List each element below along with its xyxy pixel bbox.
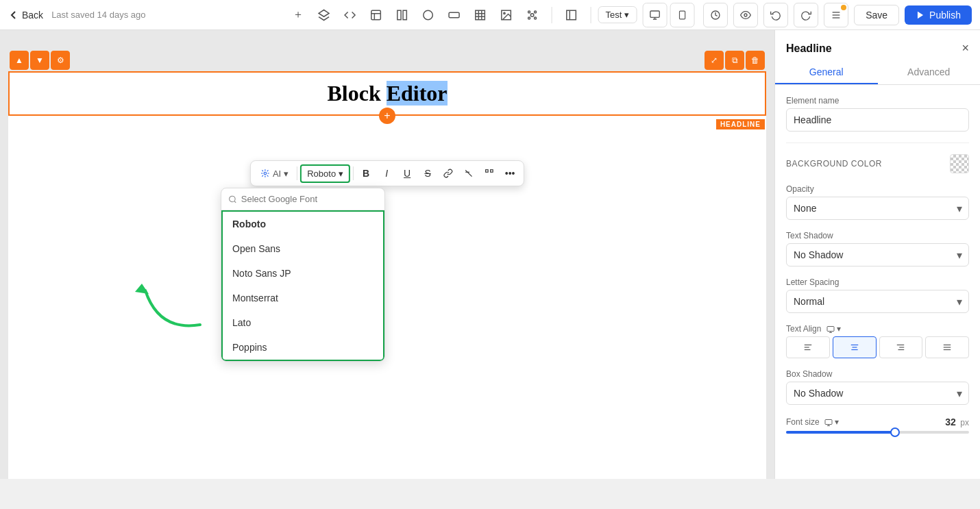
history-icon-btn[interactable] — [703, 3, 728, 27]
color-picker-btn[interactable] — [950, 154, 969, 173]
media-icon-btn[interactable] — [494, 3, 519, 27]
more-options-btn[interactable]: ••• — [500, 164, 519, 183]
test-dropdown[interactable]: Test ▾ — [598, 6, 637, 23]
text-align-group — [786, 336, 969, 358]
columns-icon-btn[interactable] — [390, 3, 415, 27]
underline-btn[interactable]: U — [397, 164, 417, 183]
text-shadow-label: Text Shadow — [786, 231, 969, 240]
link-btn[interactable] — [439, 164, 458, 183]
duplicate-btn[interactable]: ⧉ — [725, 51, 744, 70]
svg-point-28 — [744, 14, 747, 16]
tab-advanced[interactable]: Advanced — [878, 61, 981, 84]
format-toolbar: AI ▾ Roboto ▾ B I U S — [250, 160, 524, 186]
toolbar-icons: ＋ — [286, 3, 545, 27]
delete-btn[interactable]: 🗑 — [746, 51, 765, 70]
ai-chevron-icon: ▾ — [284, 169, 289, 179]
font-size-slider-thumb[interactable] — [890, 427, 900, 437]
svg-rect-4 — [397, 10, 401, 20]
font-item-roboto[interactable]: Roboto — [223, 212, 383, 236]
ft-sep-1 — [297, 166, 297, 180]
align-left-btn[interactable] — [786, 336, 830, 358]
box-shadow-label: Box Shadow — [786, 369, 969, 379]
panel-body: Element name BACKGROUND COLOR Opacity No… — [775, 85, 980, 479]
text-align-field: Text Align ▾ — [786, 324, 969, 358]
settings-btn[interactable]: ⚙ — [51, 51, 70, 70]
right-panel: Headline × General Advanced Element name… — [774, 30, 980, 479]
font-size-slider-track — [786, 431, 969, 434]
italic-btn[interactable]: I — [377, 164, 396, 183]
letter-spacing-select[interactable]: Normal TightWideWider — [786, 290, 969, 313]
align-text-btn[interactable] — [480, 164, 499, 183]
widgets-icon-btn[interactable] — [520, 3, 545, 27]
font-search-input[interactable] — [241, 194, 378, 204]
align-justify-btn[interactable] — [925, 336, 969, 358]
element-name-field: Element name — [786, 96, 969, 132]
back-button[interactable]: Back — [8, 10, 43, 21]
align-right-btn[interactable] — [879, 336, 923, 358]
box-shadow-select[interactable]: No Shadow SmallMediumLarge — [786, 382, 969, 405]
opacity-label: Opacity — [786, 184, 969, 194]
code-icon-btn[interactable] — [338, 3, 363, 27]
preview-icon-btn[interactable] — [733, 3, 758, 27]
svg-marker-32 — [918, 11, 923, 18]
settings-icon-btn[interactable] — [824, 3, 848, 27]
block-controls: ▲ ▼ ⚙ — [10, 51, 70, 70]
font-chevron-icon: ▾ — [339, 169, 343, 179]
panel-close-btn[interactable]: × — [961, 41, 969, 55]
saved-text: Last saved 14 days ago — [51, 10, 145, 20]
opacity-field: Opacity None 10%20%30% 40%50%60% 70%80%9… — [786, 184, 969, 220]
align-center-btn[interactable] — [833, 336, 877, 358]
template-icon-btn[interactable] — [364, 3, 389, 27]
table-icon-btn[interactable] — [468, 3, 493, 27]
svg-rect-20 — [567, 10, 576, 20]
font-dropdown: Roboto Open Sans Noto Sans JP Montserrat… — [221, 188, 385, 362]
svg-rect-5 — [403, 10, 406, 20]
letter-spacing-label: Letter Spacing — [786, 277, 969, 287]
shapes-icon-btn[interactable] — [416, 3, 441, 27]
font-selector-btn[interactable]: Roboto ▾ — [300, 164, 350, 183]
text-shadow-select[interactable]: No Shadow SmallMediumLarge — [786, 243, 969, 266]
svg-point-15 — [530, 13, 534, 16]
container-icon-btn[interactable] — [442, 3, 467, 27]
move-up-btn[interactable]: ▲ — [10, 51, 29, 70]
expand-btn[interactable]: ⤢ — [705, 51, 724, 70]
font-size-field: Font size ▾ 32 px — [786, 416, 969, 434]
save-button[interactable]: Save — [854, 5, 899, 25]
strikethrough-btn[interactable]: S — [418, 164, 437, 183]
font-item-poppins[interactable]: Poppins — [223, 335, 383, 360]
add-block-btn[interactable]: + — [379, 108, 395, 124]
font-item-notosans[interactable]: Noto Sans JP — [223, 261, 383, 286]
font-item-montserrat[interactable]: Montserrat — [223, 286, 383, 310]
headline-label: HEADLINE — [716, 119, 765, 129]
device-buttons — [642, 3, 694, 27]
svg-line-39 — [234, 201, 236, 202]
text-align-label: Text Align ▾ — [786, 324, 969, 334]
search-icon — [228, 195, 237, 204]
layers-icon-btn[interactable] — [312, 3, 336, 27]
canvas-white: ▲ ▼ ⚙ ⤢ ⧉ 🗑 Block Editor + HEADLINE — [8, 71, 766, 479]
arrow-icon — [132, 277, 214, 332]
bold-btn[interactable]: B — [356, 164, 376, 183]
toolbar-sep-2 — [591, 7, 591, 23]
undo-icon-btn[interactable] — [763, 3, 788, 27]
sidebar-toggle-btn[interactable] — [559, 3, 584, 27]
headline-text-selected: Editor — [387, 81, 448, 105]
clear-format-btn[interactable] — [459, 164, 478, 183]
add-icon-btn[interactable]: ＋ — [286, 3, 310, 27]
letter-spacing-field: Letter Spacing Normal TightWideWider — [786, 277, 969, 313]
element-name-input[interactable] — [786, 108, 969, 132]
font-item-lato[interactable]: Lato — [223, 310, 383, 335]
redo-icon-btn[interactable] — [794, 3, 818, 27]
panel-title: Headline — [786, 42, 832, 55]
svg-marker-40 — [135, 284, 149, 294]
svg-rect-36 — [486, 170, 489, 173]
ai-btn[interactable]: AI ▾ — [255, 166, 294, 182]
publish-button[interactable]: Publish — [905, 5, 972, 25]
desktop-icon-btn[interactable] — [642, 3, 667, 27]
move-down-btn[interactable]: ▼ — [30, 51, 49, 70]
tab-general[interactable]: General — [775, 61, 878, 84]
font-item-opensans[interactable]: Open Sans — [223, 236, 383, 261]
bg-color-row: BACKGROUND COLOR — [786, 154, 969, 173]
mobile-icon-btn[interactable] — [670, 3, 694, 27]
opacity-select[interactable]: None 10%20%30% 40%50%60% 70%80%90% — [786, 197, 969, 220]
